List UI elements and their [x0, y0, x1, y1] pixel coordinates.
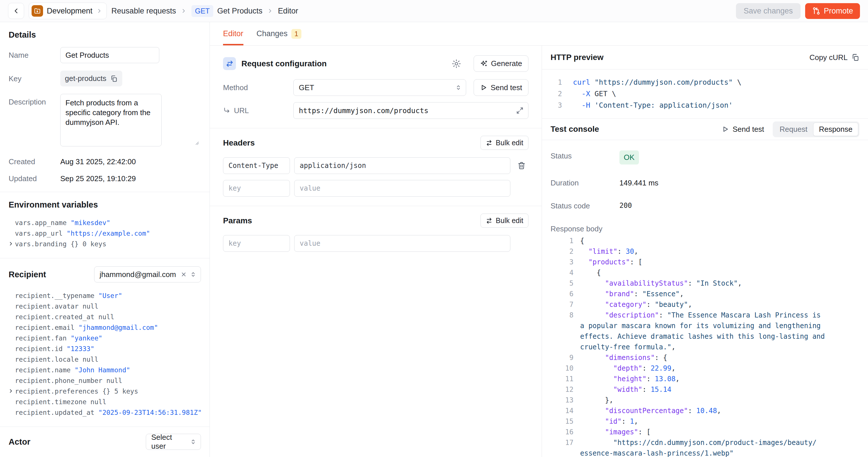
expand-icon[interactable]	[516, 106, 524, 115]
chevron-right-icon	[96, 8, 102, 14]
header-key-input-empty[interactable]	[223, 180, 290, 196]
header-key-input[interactable]	[223, 157, 290, 174]
test-console-title: Test console	[551, 125, 599, 134]
actor-select[interactable]: Select user	[146, 434, 201, 450]
corner-down-right-icon	[223, 107, 230, 114]
header-value-input[interactable]	[294, 157, 510, 174]
copy-curl-button[interactable]: Copy cURL	[809, 53, 859, 62]
arrows-swap-icon	[486, 217, 493, 224]
promote-branch-icon	[812, 7, 820, 15]
param-value-input-empty[interactable]	[294, 235, 510, 252]
variable-row: recipient.timezone null	[15, 397, 201, 407]
toggle-request[interactable]: Request	[774, 123, 813, 136]
variable-row: recipient.id "12333"	[15, 344, 201, 354]
tab-editor[interactable]: Editor	[223, 22, 243, 45]
status-code-value: 200	[619, 201, 632, 210]
description-textarea[interactable]: Fetch products from a specific category …	[60, 94, 162, 146]
chevrons-up-down-icon	[190, 271, 197, 278]
recipient-variable-rows: recipient.__typename "User"recipient.ava…	[9, 291, 201, 418]
code-line: 11 "height": 13.08,	[551, 374, 859, 385]
promote-button[interactable]: Promote	[805, 3, 860, 19]
breadcrumb-editor: Editor	[278, 7, 298, 16]
chevron-right-icon	[181, 8, 187, 14]
headers-section: Headers Bulk edit	[210, 128, 541, 206]
params-bulk-edit-button[interactable]: Bulk edit	[480, 214, 528, 227]
back-button[interactable]	[8, 3, 24, 19]
method-select[interactable]: GET	[293, 79, 466, 96]
send-test-button[interactable]: Send test	[474, 79, 528, 96]
duration-label: Duration	[551, 177, 619, 187]
variable-row: recipient.fan "yankee"	[15, 333, 201, 344]
variable-row: vars.app_name "mikesdev"	[15, 218, 201, 228]
variable-row[interactable]: vars.branding {} 0 keys	[15, 239, 201, 249]
gear-icon[interactable]	[452, 59, 461, 69]
param-key-input-empty[interactable]	[223, 235, 290, 252]
generate-button[interactable]: Generate	[474, 55, 528, 72]
updated-label: Updated	[9, 174, 60, 183]
project-breadcrumb[interactable]: Development	[29, 3, 107, 19]
code-line: 8 "description": "The Essence Mascara La…	[551, 310, 859, 321]
actor-section: Actor Select user	[0, 427, 210, 457]
duration-value: 149.441 ms	[619, 177, 658, 187]
breadcrumb-reusable-requests[interactable]: Reusable requests	[112, 7, 176, 16]
request-configuration-section: Request configuration Generate	[210, 45, 541, 128]
clear-x-icon[interactable]	[181, 271, 187, 278]
recipient-section: Recipient jhammond@gmail.com	[0, 258, 210, 427]
code-line: 7 "category": "beauty",	[551, 299, 859, 310]
key-chip: get-products	[60, 71, 122, 86]
chevron-right-icon[interactable]	[8, 241, 14, 247]
response-body-label: Response body	[551, 223, 619, 233]
chevrons-up-down-icon	[190, 438, 197, 445]
breadcrumb-request-name[interactable]: Get Products	[217, 7, 262, 16]
description-label: Description	[9, 94, 60, 148]
chevron-right-icon[interactable]	[8, 388, 14, 394]
variable-row[interactable]: recipient.preferences {} 5 keys	[15, 386, 201, 397]
details-sidebar: Details Name Key get-products Descripti	[0, 22, 210, 457]
code-line: 16 "images": [	[551, 427, 859, 437]
resize-grip-icon[interactable]	[194, 140, 199, 145]
params-section: Params Bulk edit	[210, 206, 541, 261]
code-line: 3 -H 'Content-Type: application/json'	[551, 100, 859, 111]
code-line: 4 {	[551, 268, 859, 278]
variable-row: recipient.name "John Hammond"	[15, 365, 201, 375]
variable-row: recipient.email "jhammond@gmail.com"	[15, 323, 201, 333]
variable-row: recipient.locale null	[15, 354, 201, 365]
request-configuration-title: Request configuration	[241, 59, 446, 68]
trash-icon[interactable]	[515, 161, 528, 170]
chevrons-up-down-icon	[455, 84, 462, 91]
code-line: 17 "https://cdn.dummyjson.com/product-im…	[551, 437, 859, 448]
test-console-header: Test console Send test Request Response	[542, 119, 868, 140]
variable-row: vars.app_url "https://example.com"	[15, 228, 201, 239]
url-input[interactable]	[293, 102, 528, 119]
console-send-test-button[interactable]: Send test	[722, 125, 764, 134]
created-label: Created	[9, 157, 60, 166]
copy-icon[interactable]	[110, 75, 118, 82]
tab-changes[interactable]: Changes 1	[257, 22, 301, 45]
recipient-select[interactable]: jhammond@gmail.com	[94, 266, 201, 282]
code-line: effects. Achieve dramatic lashes with th…	[551, 331, 859, 342]
recipient-title: Recipient	[9, 270, 46, 279]
headers-bulk-edit-button[interactable]: Bulk edit	[480, 136, 528, 150]
params-title: Params	[223, 216, 252, 225]
actor-label: Actor	[9, 437, 30, 447]
code-line: 1curl "https://dummyjson.com/products" \	[551, 77, 859, 88]
variable-row: recipient.__typename "User"	[15, 291, 201, 301]
chevron-right-icon	[267, 8, 273, 14]
environment-variables-title: Environment variables	[9, 200, 201, 210]
response-body-json: 1{2 "limit": 30,3 "products": [4 {5 "ava…	[542, 233, 868, 457]
code-line: 1{	[551, 236, 859, 246]
code-line: 9 "dimensions": {	[551, 353, 859, 363]
code-line: 15 "id": 1,	[551, 416, 859, 427]
curl-code-block: 1curl "https://dummyjson.com/products" \…	[542, 69, 868, 119]
save-changes-button[interactable]: Save changes	[736, 3, 801, 19]
arrows-swap-icon	[486, 140, 493, 146]
sparkles-icon	[480, 60, 488, 68]
code-line: 12 "width": 15.14	[551, 385, 859, 395]
toggle-response[interactable]: Response	[813, 123, 858, 136]
name-input[interactable]	[60, 47, 159, 63]
header-value-input-empty[interactable]	[294, 180, 510, 196]
project-name: Development	[47, 7, 92, 16]
name-label: Name	[9, 47, 60, 63]
request-response-toggle: Request Response	[773, 121, 859, 137]
method-badge: GET	[191, 5, 213, 17]
